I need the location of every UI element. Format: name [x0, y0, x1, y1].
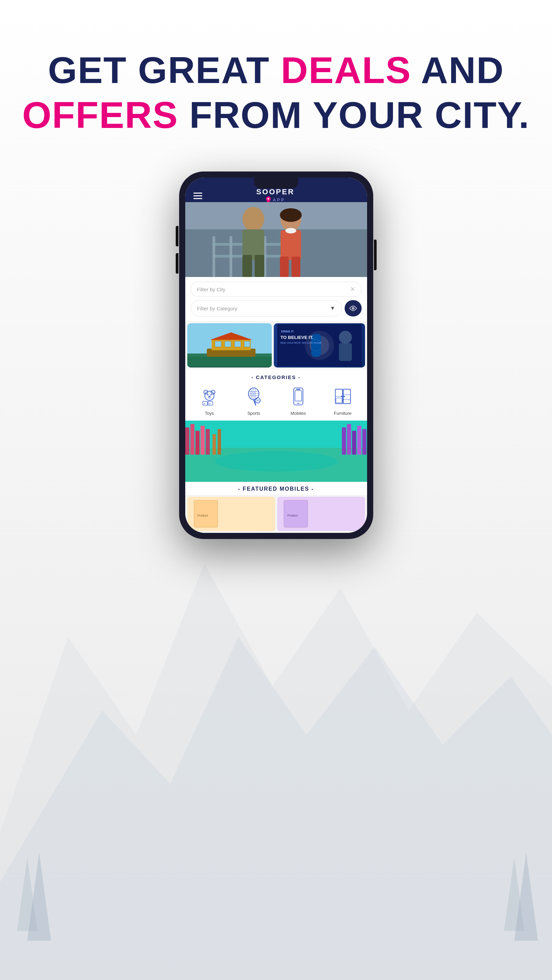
filter-category-dropdown[interactable]: Filter by Category ▼ — [191, 300, 342, 317]
phone-mockup: SOOPER APP — [179, 172, 373, 539]
hero-text-and: AND — [412, 49, 504, 91]
sports-icon — [244, 387, 263, 406]
svg-rect-88 — [347, 424, 351, 455]
category-icon-mobiles — [287, 385, 310, 408]
svg-rect-68 — [295, 391, 302, 401]
svg-rect-83 — [190, 424, 195, 455]
svg-rect-22 — [280, 256, 289, 277]
toys-icon: A B — [199, 387, 219, 406]
hero-text-deals: DEALS — [281, 49, 412, 91]
category-icon-furniture — [331, 385, 354, 408]
category-label-mobiles: Mobiles — [290, 411, 306, 416]
featured-mobiles-title: - FEATURED MOBILES - — [185, 482, 367, 495]
filter-category-placeholder: Filter by Category — [197, 305, 327, 311]
svg-rect-36 — [234, 341, 241, 347]
svg-rect-77 — [336, 398, 342, 403]
svg-rect-93 — [218, 429, 221, 455]
svg-rect-37 — [244, 341, 250, 347]
svg-point-51 — [207, 394, 208, 395]
svg-text:Product: Product — [197, 514, 208, 517]
categories-title: - CATEGORIES - — [189, 374, 364, 380]
logo-text-sooper: SOOPER — [256, 188, 294, 196]
logo-text-app: APP — [273, 198, 285, 202]
svg-point-46 — [339, 331, 352, 344]
filter-city-input[interactable]: Filter by City ✕ — [191, 282, 362, 297]
svg-rect-70 — [296, 389, 300, 390]
svg-point-48 — [205, 391, 214, 401]
chevron-down-icon: ▼ — [330, 305, 335, 311]
svg-line-65 — [254, 400, 256, 405]
svg-rect-86 — [206, 429, 210, 455]
svg-text:TO BELIEVE IT.: TO BELIEVE IT. — [280, 335, 313, 340]
filter-city-placeholder: Filter by City — [197, 286, 347, 292]
category-label-furniture: Furniture — [334, 411, 351, 416]
filter-city-clear-icon[interactable]: ✕ — [350, 285, 355, 293]
featured-banner — [185, 421, 367, 482]
hero-text-get-great: GET GREAT — [48, 49, 281, 91]
svg-rect-35 — [224, 341, 231, 347]
svg-text:Product: Product — [287, 514, 298, 517]
category-item-sports[interactable]: Sports — [233, 385, 275, 416]
category-icon-toys: A B — [198, 385, 221, 408]
svg-point-27 — [353, 308, 353, 309]
banner-kids-illustration — [185, 202, 367, 277]
hero-text-offers: OFFERS — [22, 94, 178, 136]
featured-landscape — [185, 421, 367, 482]
svg-rect-71 — [297, 403, 300, 404]
eye-icon — [349, 305, 357, 311]
hero-text-from-city: FROM YOUR CITY. — [178, 94, 530, 136]
svg-rect-21 — [281, 230, 301, 260]
svg-rect-47 — [339, 343, 352, 361]
categories-section: - CATEGORIES - — [185, 369, 367, 421]
svg-text:REAL COLA TASTE. 60% LESS SUGA: REAL COLA TASTE. 60% LESS SUGAR — [280, 342, 321, 344]
svg-point-16 — [242, 207, 264, 231]
svg-point-75 — [344, 396, 345, 397]
svg-rect-84 — [195, 431, 199, 455]
category-item-furniture[interactable]: Furniture — [322, 385, 364, 416]
pepsi-illustration: DRINK IT TO BELIEVE IT. REAL COLA TASTE.… — [277, 323, 362, 368]
svg-rect-91 — [362, 429, 366, 455]
featured-card-2[interactable]: Product — [277, 497, 365, 531]
svg-rect-87 — [342, 427, 346, 455]
side-button-volume-down — [176, 253, 179, 274]
mobile-icon — [289, 387, 308, 406]
svg-rect-89 — [352, 431, 356, 455]
svg-rect-82 — [185, 427, 189, 455]
hamburger-menu-icon[interactable] — [193, 192, 202, 199]
svg-rect-18 — [242, 255, 252, 277]
category-icon-sports — [242, 385, 265, 408]
category-item-toys[interactable]: A B Toys — [189, 385, 231, 416]
svg-point-49 — [204, 390, 208, 395]
svg-text:A: A — [204, 402, 205, 405]
hero-section: GET GREAT DEALS AND OFFERS FROM YOUR CIT… — [22, 48, 530, 137]
app-logo: SOOPER APP — [256, 188, 294, 204]
ad-card-pepsi[interactable]: DRINK IT TO BELIEVE IT. REAL COLA TASTE.… — [274, 323, 365, 368]
phone-notch — [254, 178, 298, 189]
category-label-sports: Sports — [247, 411, 260, 416]
svg-point-24 — [286, 228, 296, 234]
featured-products-row: Product Product — [185, 495, 367, 533]
svg-text:B: B — [209, 402, 211, 405]
svg-point-50 — [211, 390, 215, 395]
category-label-toys: Toys — [205, 411, 214, 416]
hero-banner — [185, 202, 367, 277]
svg-rect-34 — [215, 341, 221, 347]
side-button-volume-up — [176, 226, 179, 247]
categories-grid: A B Toys — [189, 385, 364, 416]
svg-point-53 — [208, 396, 211, 397]
featured-bg-image — [185, 421, 367, 482]
svg-point-25 — [280, 208, 302, 222]
svg-point-52 — [211, 394, 212, 395]
svg-text:DRINK IT: DRINK IT — [281, 330, 294, 333]
filter-section: Filter by City ✕ Filter by Category ▼ — [185, 277, 367, 321]
featured-product-1: Product — [187, 497, 275, 531]
featured-card-1[interactable]: Product — [187, 497, 275, 531]
houseboat-illustration — [187, 323, 272, 368]
side-button-power — [374, 240, 377, 270]
svg-rect-90 — [357, 426, 361, 455]
view-button[interactable] — [345, 300, 362, 317]
furniture-icon — [333, 387, 353, 406]
svg-point-94 — [215, 451, 337, 472]
category-item-mobiles[interactable]: Mobiles — [278, 385, 319, 416]
ad-card-houseboat[interactable] — [187, 323, 272, 368]
